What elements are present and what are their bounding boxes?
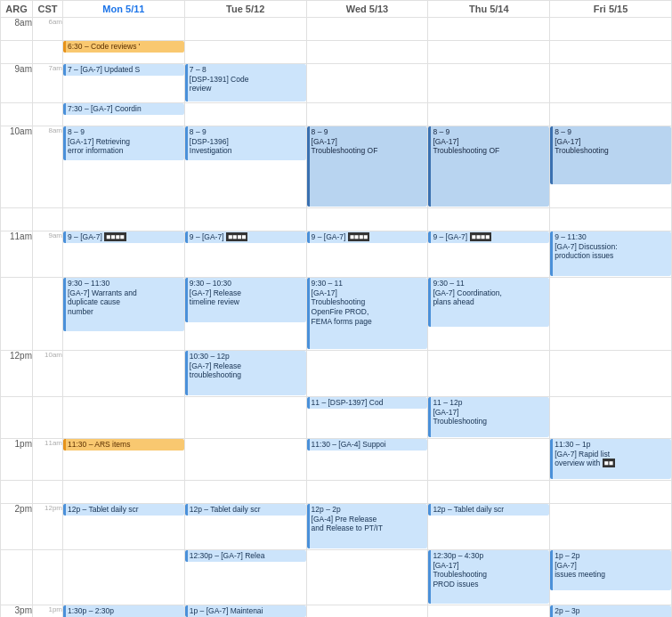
- mon-930: 7:30 – [GA-7] Coordin: [63, 103, 185, 126]
- hour-row-2pm: 2pm 12pm 12p – Tablet daily scr 12p – Ta…: [1, 504, 672, 550]
- tue-2pm: 12p – Tablet daily scr: [184, 504, 306, 550]
- mon-1130: 9:30 – 11:30[GA-7] Warrants andduplicate…: [63, 278, 185, 351]
- wed-230: [306, 550, 428, 605]
- arg-time-9am: 9am: [1, 64, 33, 103]
- event-tue-ga7-release[interactable]: 12:30p – [GA-7] Relea: [185, 550, 306, 562]
- fri-230: 1p – 2p[GA-7]issues meeting: [550, 550, 672, 605]
- wed-1030: [306, 208, 428, 231]
- wed-10am: 8 – 9[GA-17]Troubleshooting OF: [306, 126, 428, 208]
- event-tue-dsp1391[interactable]: 7 – 8[DSP-1391] Codereview: [185, 64, 306, 101]
- tue-1030: [184, 208, 306, 231]
- fri-8am: [550, 18, 672, 41]
- wed-1130: 9:30 – 11[GA-17]TroubleshootingOpenFire …: [306, 278, 428, 351]
- fri-1pm: 11:30 – 1p[GA-7] Rapid listoverview with…: [550, 439, 672, 481]
- arg-time-1230: [1, 397, 33, 439]
- event-mon-tablet-daily[interactable]: 12p – Tablet daily scr: [63, 504, 184, 516]
- tue-230: 12:30p – [GA-7] Relea: [184, 550, 306, 605]
- cst-time-930: [33, 278, 63, 351]
- hour-row-9am: 9am 7am 7 – [GA-7] Updated S 7 – 8[DSP-1…: [1, 64, 672, 103]
- event-mon-ars-items[interactable]: 11:30 – ARS items: [63, 439, 184, 451]
- cst-time-10am: 10am: [33, 351, 63, 397]
- event-mon-ga17-retrieving[interactable]: 8 – 9[GA-17] Retrievingerror information: [63, 126, 184, 160]
- event-tue-ga7-9am[interactable]: 9 – [GA-7] ■■■■: [185, 231, 306, 243]
- thu-1130: 9:30 – 11[GA-7] Coordination,plans ahead: [428, 278, 550, 351]
- arg-time-230: [1, 550, 33, 605]
- mon-1030: [63, 208, 185, 231]
- event-mon-ga7-retrieving-rca[interactable]: 1:30p – 2:30p[GA-17] RetrievingRCA infor…: [63, 605, 184, 617]
- event-wed-ga7-9am[interactable]: 9 – [GA-7] ■■■■: [307, 231, 428, 243]
- mon-830: 6:30 – Code reviews ': [63, 41, 185, 64]
- thu-header: Thu 5/14: [428, 1, 550, 18]
- fri-9am: [550, 64, 672, 103]
- tue-11am: 9 – [GA-7] ■■■■: [184, 231, 306, 278]
- hour-row-1230: 11 – [DSP-1397] Cod 11 – 12p[GA-17]Troub…: [1, 397, 672, 439]
- thu-8am: [428, 18, 550, 41]
- mon-12pm: [63, 351, 185, 397]
- thu-3pm: [428, 605, 550, 618]
- event-thu-ga17-troubleshooting-prod[interactable]: 12:30p – 4:30p[GA-17]TroubleshootingPROD…: [428, 550, 549, 604]
- event-fri-ga7-rapid-list[interactable]: 11:30 – 1p[GA-7] Rapid listoverview with…: [550, 439, 671, 479]
- event-thu-ga7-9am[interactable]: 9 – [GA-7] ■■■■: [428, 231, 549, 243]
- event-wed-ga4-pre-release[interactable]: 12p – 2p[GA-4] Pre Releaseand Release to…: [307, 504, 428, 548]
- arg-time-2pm: 2pm: [1, 504, 33, 550]
- event-fri-ga7-discussion[interactable]: 9 – 11:30[GA-7] Discussion:production is…: [550, 231, 671, 276]
- event-wed-ga7-troubleshooting-openfire[interactable]: 9:30 – 11[GA-17]TroubleshootingOpenFire …: [307, 278, 428, 349]
- fri-10am: 8 – 9[GA-17]Troubleshooting: [550, 126, 672, 208]
- mon-1pm: 11:30 – ARS items: [63, 439, 185, 481]
- thu-11am: 9 – [GA-7] ■■■■: [428, 231, 550, 278]
- wed-12pm: [306, 351, 428, 397]
- cst-time-1pm: 1pm: [33, 605, 63, 618]
- event-fri-ga7-issues-meeting[interactable]: 1p – 2p[GA-7]issues meeting: [550, 550, 671, 590]
- event-thu-ga7-coordination[interactable]: 9:30 – 11[GA-7] Coordination,plans ahead: [428, 278, 549, 327]
- event-wed-ga4-support[interactable]: 11:30 – [GA-4] Suppoi: [307, 439, 428, 451]
- wed-830: [306, 41, 428, 64]
- fri-1230: [550, 397, 672, 439]
- fri-12pm: [550, 351, 672, 397]
- tue-1230: [184, 397, 306, 439]
- fri-830: [550, 41, 672, 64]
- event-wed-dsp1397-code[interactable]: 11 – [DSP-1397] Cod: [307, 397, 428, 409]
- event-fri-ga17-troubleshooting[interactable]: 8 – 9[GA-17]Troubleshooting: [550, 126, 671, 184]
- wed-930: [306, 103, 428, 126]
- tue-1pm: [184, 439, 306, 481]
- event-mon-ga7-coordin[interactable]: 7:30 – [GA-7] Coordin: [63, 103, 184, 115]
- calendar-table: ARG CST Mon 5/11 Tue 5/12 Wed 5/13 Thu 5…: [0, 0, 672, 617]
- thu-9am: [428, 64, 550, 103]
- event-thu-ga17-troubleshooting-of[interactable]: 8 – 9[GA-17]Troubleshooting OF: [428, 126, 549, 207]
- mon-2pm: 12p – Tablet daily scr: [63, 504, 185, 550]
- arg-time-12pm: 12pm: [1, 351, 33, 397]
- hour-row-230: 12:30p – [GA-7] Relea 12:30p – 4:30p[GA-…: [1, 550, 672, 605]
- thu-12pm: [428, 351, 550, 397]
- hour-row-130: [1, 481, 672, 504]
- tue-1130: 9:30 – 10:30[GA-7] Releasetimeline revie…: [184, 278, 306, 351]
- hour-row-10am: 10am 8am 8 – 9[GA-17] Retrievingerror in…: [1, 126, 672, 208]
- event-mon-code-reviews[interactable]: 6:30 – Code reviews ': [63, 41, 184, 53]
- thu-1pm: [428, 439, 550, 481]
- mon-230: [63, 550, 185, 605]
- cst-time-830: [33, 208, 63, 231]
- thu-2pm: 12p – Tablet daily scr: [428, 504, 550, 550]
- event-wed-ga17-troubleshooting-of[interactable]: 8 – 9[GA-17]Troubleshooting OF: [307, 126, 428, 207]
- arg-time-10am: 10am: [1, 126, 33, 208]
- tue-12pm: 10:30 – 12p[GA-7] Releasetroubleshooting: [184, 351, 306, 397]
- cst-time-7am: 7am: [33, 64, 63, 103]
- event-mon-ga7-9am[interactable]: 9 – [GA-7] ■■■■: [63, 231, 184, 243]
- event-tue-tablet-daily[interactable]: 12p – Tablet daily scr: [185, 504, 306, 516]
- event-fri-ga7-team-retro[interactable]: 2p – 3p[GA-7] Teamretrospective: [550, 605, 671, 617]
- event-thu-tablet-daily[interactable]: 12p – Tablet daily scr: [428, 504, 549, 516]
- event-tue-release-troubleshooting[interactable]: 10:30 – 12p[GA-7] Releasetroubleshooting: [185, 351, 306, 395]
- mon-10am: 8 – 9[GA-17] Retrievingerror information: [63, 126, 185, 208]
- event-tue-ga7-release-timeline[interactable]: 9:30 – 10:30[GA-7] Releasetimeline revie…: [185, 278, 306, 322]
- mon-3pm: 1:30p – 2:30p[GA-17] RetrievingRCA infor…: [63, 605, 185, 618]
- tue-header: Tue 5/12: [184, 1, 306, 18]
- event-tue-ga7-maintenance[interactable]: 1p – [GA-7] Maintenai: [185, 605, 306, 617]
- event-mon-ga7-updated[interactable]: 7 – [GA-7] Updated S: [63, 64, 184, 76]
- event-tue-dsp1396[interactable]: 8 – 9[DSP-1396]Investigation: [185, 126, 306, 160]
- event-mon-ga7-warrants[interactable]: 9:30 – 11:30[GA-7] Warrants andduplicate…: [63, 278, 184, 331]
- wed-1230: 11 – [DSP-1397] Cod: [306, 397, 428, 439]
- thu-1030: [428, 208, 550, 231]
- event-thu-ga17-troubleshooting-11[interactable]: 11 – 12p[GA-17]Troubleshooting: [428, 397, 549, 437]
- arg-time-8am: 8am: [1, 18, 33, 41]
- arg-time-11am: 11am: [1, 231, 33, 278]
- cst-time-8am: 8am: [33, 126, 63, 208]
